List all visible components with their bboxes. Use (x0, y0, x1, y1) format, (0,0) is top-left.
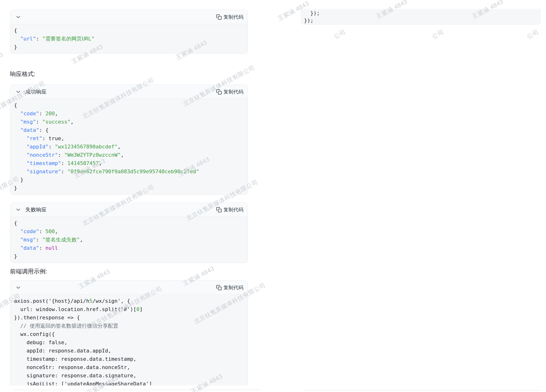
code-block-title: 失败响应 (25, 206, 47, 213)
collapse-chevron-icon[interactable] (15, 14, 22, 20)
code-content: { "url": "需要签名的网页URL"} (10, 24, 248, 53)
copy-code-button[interactable]: 复制代码 (216, 206, 243, 213)
copy-code-label: 复制代码 (223, 206, 243, 213)
code-line: jsApiList: ['updateAppMessageShareData'] (14, 380, 244, 385)
code-block-header: 失败响应 复制代码 (10, 203, 248, 217)
code-line: { (14, 26, 244, 35)
code-line: "nonceStr": "Wm3WZYTPz0wzccnW", (14, 151, 244, 159)
response-format-label: 响应格式: (10, 70, 35, 78)
code-line: } (14, 43, 244, 51)
copy-icon (216, 285, 222, 291)
code-line: } (14, 176, 244, 184)
code-block-success-response: 成功响应 复制代码 { "code": 200, "msg": "success… (10, 84, 248, 195)
copy-code-button[interactable]: 复制代码 (216, 89, 243, 95)
code-content: { "code": 500, "msg": "签名生成失败", "data": … (10, 217, 248, 263)
code-block-header: 成功响应 复制代码 (10, 85, 248, 99)
code-line: "timestamp": 1414587457, (14, 159, 244, 167)
code-block-title: 成功响应 (25, 88, 47, 95)
code-line: wx.config({ (14, 330, 244, 338)
copy-code-label: 复制代码 (223, 89, 243, 95)
code-line: "ret": true, (14, 134, 244, 143)
code-line: "data": { (14, 126, 244, 134)
code-line: timestamp: response.data.timestamp, (14, 355, 244, 363)
code-content: });}); (304, 9, 540, 24)
code-line: "code": 500, (14, 227, 244, 235)
watermark-text: 公司 (332, 28, 347, 41)
code-line: "url": "需要签名的网页URL" (14, 35, 244, 43)
collapse-chevron-icon[interactable] (15, 206, 22, 213)
copy-code-button[interactable]: 复制代码 (216, 14, 243, 20)
code-line: nonceStr: response.data.nonceStr, (14, 363, 244, 371)
code-line: "appId": "wx1234567890abcdef", (14, 143, 244, 151)
code-content: { "code": 200, "msg": "success", "data":… (10, 99, 248, 195)
watermark-text: 4843 (0, 51, 4, 64)
code-line: "signature": "0f9de62fce790f9a083d5c99e9… (14, 167, 244, 176)
copy-code-label: 复制代码 (223, 14, 243, 20)
code-block-header: 复制代码 (10, 280, 248, 295)
code-line: appId: response.data.appId, (14, 347, 244, 355)
code-block-failure-response: 失败响应 复制代码 { "code": 500, "msg": "签名生成失败"… (10, 202, 248, 263)
watermark-text: 公司 (431, 28, 445, 41)
frontend-example-label: 前端调用示例: (10, 267, 47, 275)
code-content: axios.post('{host}/api/h5/wx/sign', { ur… (10, 295, 248, 385)
copy-code-button[interactable]: 复制代码 (216, 284, 243, 291)
collapse-chevron-icon[interactable] (15, 89, 22, 95)
page-bottom-divider-right (304, 390, 541, 391)
code-line: "data": null (14, 244, 244, 252)
copy-icon (216, 207, 222, 213)
code-line: axios.post('{host}/api/h5/wx/sign', { (14, 297, 244, 305)
copy-icon (216, 89, 222, 95)
code-line: "msg": "success", (14, 118, 244, 126)
code-line: url: window.location.href.split('#')[0] (14, 305, 244, 313)
copy-icon (216, 14, 222, 20)
code-line: } (14, 184, 244, 192)
code-block-frontend-example: 复制代码 axios.post('{host}/api/h5/wx/sign',… (10, 280, 248, 385)
code-line: { (14, 101, 244, 109)
code-line: "msg": "签名生成失败", (14, 235, 244, 244)
code-block-request-params: 复制代码 { "url": "需要签名的网页URL"} (10, 10, 248, 54)
watermark-text: 公司 (525, 28, 540, 41)
code-line: signature: response.data.signature, (14, 371, 244, 380)
code-block-continuation: });}); (301, 9, 540, 25)
copy-code-label: 复制代码 (223, 284, 243, 291)
collapse-chevron-icon[interactable] (15, 284, 22, 291)
code-line: } (14, 252, 244, 260)
code-line: "code": 200, (14, 109, 244, 118)
document-page: 复制代码 { "url": "需要签名的网页URL"} 响应格式: 成功响应 复… (0, 0, 546, 392)
code-line: }).then(response => { (14, 313, 244, 322)
code-line: // 使用返回的签名数据进行微信分享配置 (14, 322, 244, 330)
code-line: }); (304, 9, 540, 17)
page-bottom-divider-left (13, 390, 261, 390)
code-line: debug: false, (14, 338, 244, 347)
code-line: }); (304, 17, 540, 24)
code-line: { (14, 219, 244, 227)
code-block-header: 复制代码 (10, 10, 248, 24)
